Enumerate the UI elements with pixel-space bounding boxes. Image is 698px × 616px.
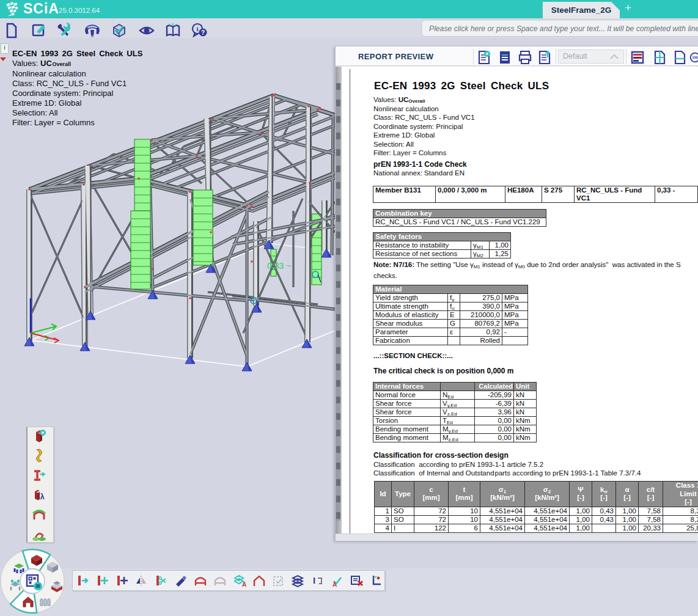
svg-text:A: A <box>332 581 337 588</box>
svg-text:0,33 ~: 0,33 ~ <box>267 261 291 271</box>
svg-text:I: I <box>313 575 315 585</box>
svg-text:λ: λ <box>40 492 45 501</box>
svg-text:100: 100 <box>692 56 698 59</box>
svg-text:A: A <box>242 581 246 588</box>
